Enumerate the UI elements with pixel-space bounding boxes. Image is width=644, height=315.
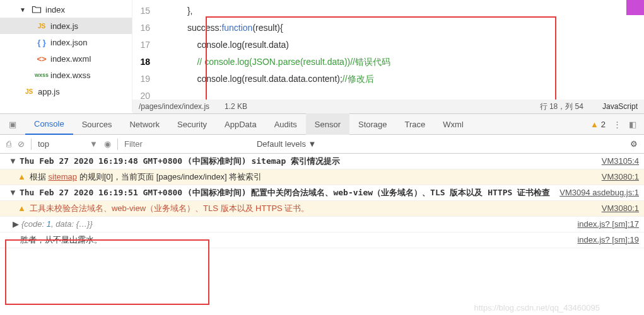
tree-label: index.wxml [50,54,91,64]
eye-icon[interactable]: ◉ [104,139,111,149]
file-tree: ▼ index JS index.js { } index.json <> in… [0,0,132,112]
tree-file-index-wxml[interactable]: <> index.wxml [0,50,132,67]
tab-security[interactable]: Security [168,113,216,135]
code-text: console.log(result.data.data.content); [197,74,342,84]
tree-file-index-js[interactable]: JS index.js [0,18,132,34]
js-icon: JS [37,21,47,31]
filter-input[interactable] [124,137,250,151]
editor-region: ▼ index JS index.js { } index.json <> in… [0,0,644,112]
json-icon: { } [37,37,47,47]
wxss-icon: wxss [37,70,47,80]
context-selector[interactable]: top▼ [38,139,98,149]
console-row[interactable]: ▼Thu Feb 27 2020 16:19:51 GMT+0800 (中国标准… [0,185,644,201]
warning-icon: ▲ [18,203,26,213]
console-source[interactable]: VM3080:1 [602,171,639,183]
watermark: https://blog.csdn.net/qq_43460095 [474,303,600,312]
code-editor[interactable]: }, success:function(result){ console.log… [158,0,644,112]
tab-audits[interactable]: Audits [266,113,306,135]
console-object: {code: 1, data: {…}} [21,219,93,229]
warning-icon: ▲ [18,172,26,181]
console-text: 工具未校验合法域名、web-view（业务域名）、TLS 版本以及 HTTPS … [30,203,309,213]
clear-console-icon[interactable]: ⊘ [18,139,25,149]
code-text: success: [187,23,221,33]
console-text: 胜者，从不显山露水。 [20,235,102,244]
console-output: ▼Thu Feb 27 2020 16:19:48 GMT+0800 (中国标准… [0,154,644,315]
gear-icon[interactable]: ⚙ [630,139,638,149]
status-cursor-pos: 行 18，列 54 [540,101,583,112]
js-icon: JS [24,86,34,96]
console-row-warn[interactable]: ▲工具未校验合法域名、web-view（业务域名）、TLS 版本以及 HTTPS… [0,201,644,217]
console-source[interactable]: VM3080:1 [602,203,639,214]
tree-label: index.js [50,21,78,31]
code-text: console.log(result.data) [197,40,289,50]
inspect-icon[interactable]: ▣ [9,120,16,129]
dock-icon[interactable]: ◧ [629,120,636,129]
code-text: }, [187,6,193,16]
tab-sources[interactable]: Sources [73,113,121,135]
line-number: 18 [132,54,150,71]
console-source[interactable]: index.js? [sm]:17 [577,219,639,230]
devtools-tabs: ▣ Console Sources Network Security AppDa… [0,113,644,135]
line-gutter: 15 16 17 18 19 20 [132,0,158,112]
code-comment: //错误代码 [350,57,390,67]
status-size: 1.2 KB [225,102,247,111]
caret-right-icon: ▶ [13,219,19,229]
tab-console[interactable]: Console [25,113,73,135]
toggle-sidebar-icon[interactable]: ⎙ [6,139,11,149]
console-row[interactable]: 胜者，从不显山露水。 index.js? [sm]:19 [0,232,644,248]
console-row[interactable]: ▼Thu Feb 27 2020 16:19:48 GMT+0800 (中国标准… [0,154,644,169]
tab-sensor[interactable]: Sensor [306,113,349,135]
code-comment: // console.log(JSON.parse(result.data)) [197,57,350,67]
console-toolbar: ⎙ ⊘ top▼ ◉ Default levels ▼ ⚙ [0,135,644,154]
warning-count: 2 [601,120,606,129]
tree-label: index.json [50,38,88,47]
line-number: 19 [132,71,150,88]
tree-folder-index[interactable]: ▼ index [0,1,132,18]
context-label: top [38,139,49,149]
console-source[interactable]: index.js? [sm]:19 [577,234,639,246]
warning-icon: ▲ [590,120,599,129]
console-link[interactable]: sitemap [49,172,78,181]
status-bar: /pages/index/index.js 1.2 KB 行 18，列 54 J… [132,100,644,113]
caret-down-icon: ▼ [18,4,28,14]
tab-wxml[interactable]: Wxml [434,113,472,135]
console-source[interactable]: VM3094 asdebug.js:1 [559,187,639,198]
tree-label: index.wxss [50,71,91,80]
code-text: (result){ [252,23,283,33]
tree-file-index-wxss[interactable]: wxss index.wxss [0,67,132,83]
console-row[interactable]: ▶{code: 1, data: {…}} index.js? [sm]:17 [0,217,644,232]
console-row-warn[interactable]: ▲根据 sitemap 的规则[0]，当前页面 [pages/index/ind… [0,169,644,185]
warning-badge[interactable]: ▲2 [590,120,606,129]
tree-label: app.js [38,87,60,96]
tree-label: index [45,5,65,14]
line-number: 16 [132,20,150,37]
console-text: Thu Feb 27 2020 16:19:51 GMT+0800 (中国标准时… [20,188,550,197]
console-text: 根据 [30,172,49,181]
folder-icon [32,4,42,14]
levels-selector[interactable]: Default levels ▼ [257,139,317,149]
tree-file-app-js[interactable]: JS app.js [0,83,132,100]
status-lang: JavaScript [602,102,638,111]
line-number: 15 [132,3,150,20]
console-source[interactable]: VM3105:4 [602,156,639,167]
code-comment: //修改后 [342,74,374,84]
tree-file-index-json[interactable]: { } index.json [0,34,132,50]
tab-appdata[interactable]: AppData [216,113,266,135]
line-number: 17 [132,37,150,54]
tab-storage[interactable]: Storage [349,113,396,135]
code-keyword: function [221,23,252,33]
wxml-icon: <> [37,54,47,64]
status-path: /pages/index/index.js [139,102,209,111]
tab-network[interactable]: Network [120,113,168,135]
caret-down-icon: ▼ [9,156,17,166]
tab-trace[interactable]: Trace [396,113,435,135]
more-icon[interactable]: ⋮ [613,120,621,129]
caret-down-icon: ▼ [9,188,17,197]
console-text: Thu Feb 27 2020 16:19:48 GMT+0800 (中国标准时… [20,156,340,166]
chevron-down-icon: ▼ [90,139,98,149]
console-text: 的规则[0]，当前页面 [pages/index/index] 将被索引 [77,172,262,181]
